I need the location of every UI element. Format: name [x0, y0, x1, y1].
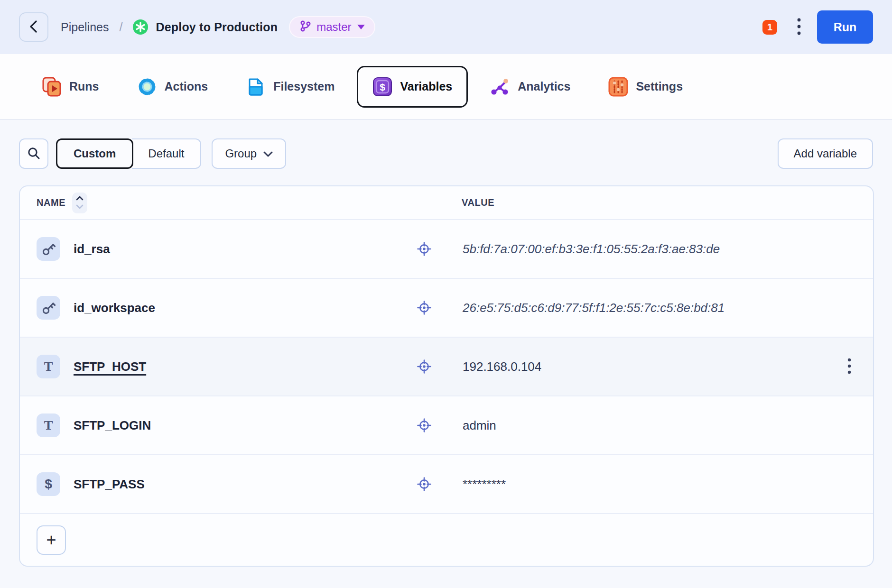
column-header-value: VALUE — [462, 197, 494, 208]
tab-label: Analytics — [518, 80, 570, 93]
target-icon[interactable] — [416, 300, 432, 316]
pipeline-status-icon — [133, 19, 148, 35]
runs-icon — [42, 77, 62, 97]
table-row: id_workspace 26:e5:75:d5:c6:d9:77:5f:f1:… — [20, 279, 873, 338]
text-type-icon: T — [37, 355, 60, 378]
target-icon[interactable] — [416, 417, 432, 433]
tab-settings[interactable]: Settings — [593, 66, 698, 108]
ssh-key-icon — [37, 296, 60, 320]
notification-badge[interactable]: 1 — [762, 20, 777, 35]
actions-icon — [137, 77, 157, 97]
search-icon — [27, 146, 41, 162]
tab-filesystem[interactable]: Filesystem — [230, 66, 350, 108]
table-row: T SFTP_LOGIN admin — [20, 396, 873, 455]
tab-variables[interactable]: $ Variables — [357, 66, 468, 108]
tab-label: Settings — [636, 80, 683, 93]
header-kebab-menu[interactable] — [797, 18, 801, 37]
filter-row: Custom Default Group Add variable — [19, 138, 873, 169]
variables-table: NAME VALUE — [19, 185, 874, 567]
variable-value[interactable]: ********* — [463, 477, 854, 492]
settings-icon — [608, 77, 628, 97]
table-row: id_rsa 5b:fd:7a:07:00:ef:b3:3e:f1:05:55:… — [20, 220, 873, 279]
secret-type-icon: $ — [37, 472, 60, 496]
table-footer: + — [20, 514, 873, 566]
kebab-icon — [847, 358, 851, 376]
page-title: Deploy to Production — [156, 20, 278, 34]
sort-asc-icon — [76, 195, 84, 202]
segment-custom[interactable]: Custom — [56, 138, 133, 169]
search-button[interactable] — [19, 138, 48, 169]
tab-actions[interactable]: Actions — [121, 66, 224, 108]
variable-scope-segmented: Custom Default — [56, 138, 201, 169]
variable-name[interactable]: SFTP_HOST — [74, 359, 146, 374]
target-icon[interactable] — [416, 476, 432, 492]
sort-desc-icon — [76, 203, 84, 211]
branch-label: master — [316, 20, 351, 34]
run-button[interactable]: Run — [817, 10, 873, 44]
back-button[interactable] — [19, 12, 48, 42]
group-dropdown-label: Group — [225, 147, 257, 160]
variable-value[interactable]: 26:e5:75:d5:c6:d9:77:5f:f1:2e:55:7c:c5:8… — [463, 301, 854, 315]
table-header-row: NAME VALUE — [20, 186, 873, 220]
variable-value[interactable]: admin — [463, 418, 854, 433]
target-icon[interactable] — [416, 358, 432, 375]
tab-bar: Runs Actions Filesystem — [0, 54, 892, 120]
tab-runs[interactable]: Runs — [26, 66, 115, 108]
row-kebab-menu[interactable] — [845, 358, 854, 376]
variable-name[interactable]: id_workspace — [74, 301, 155, 315]
breadcrumb-pipelines[interactable]: Pipelines — [61, 20, 109, 34]
app-header: Pipelines / Deploy to Production — [0, 0, 892, 54]
git-branch-icon — [299, 20, 312, 34]
kebab-icon — [797, 18, 801, 37]
column-header-name: NAME — [37, 197, 65, 208]
ssh-key-icon — [37, 237, 60, 261]
tab-label: Actions — [165, 80, 208, 93]
tab-label: Variables — [400, 80, 452, 93]
chevron-down-icon — [263, 147, 273, 160]
variable-name[interactable]: SFTP_LOGIN — [74, 418, 151, 433]
sort-button[interactable] — [72, 193, 87, 213]
tab-label: Filesystem — [273, 80, 334, 93]
add-row-button[interactable]: + — [37, 525, 66, 555]
svg-text:$: $ — [380, 82, 386, 92]
branch-selector[interactable]: master — [289, 16, 375, 38]
breadcrumb-separator: / — [119, 20, 122, 34]
group-dropdown[interactable]: Group — [212, 138, 286, 169]
segment-default[interactable]: Default — [132, 138, 201, 169]
analytics-icon — [490, 77, 510, 97]
tab-label: Runs — [69, 80, 99, 93]
tab-analytics[interactable]: Analytics — [474, 66, 586, 108]
add-variable-button[interactable]: Add variable — [778, 138, 873, 169]
variable-name[interactable]: SFTP_PASS — [74, 477, 145, 492]
table-row: $ SFTP_PASS ********* — [20, 455, 873, 514]
text-type-icon: T — [37, 413, 60, 437]
filesystem-icon — [246, 77, 266, 97]
variable-value[interactable]: 5b:fd:7a:07:00:ef:b3:3e:f1:05:55:2a:f3:a… — [463, 242, 854, 257]
variable-value[interactable]: 192.168.0.104 — [463, 359, 845, 374]
table-row: T SFTP_HOST 192.168.0.104 — [20, 338, 873, 396]
target-icon[interactable] — [416, 241, 432, 257]
variable-name[interactable]: id_rsa — [74, 242, 110, 257]
variables-icon: $ — [372, 77, 392, 97]
branch-caret-icon — [357, 25, 365, 29]
chevron-left-icon — [28, 19, 39, 35]
